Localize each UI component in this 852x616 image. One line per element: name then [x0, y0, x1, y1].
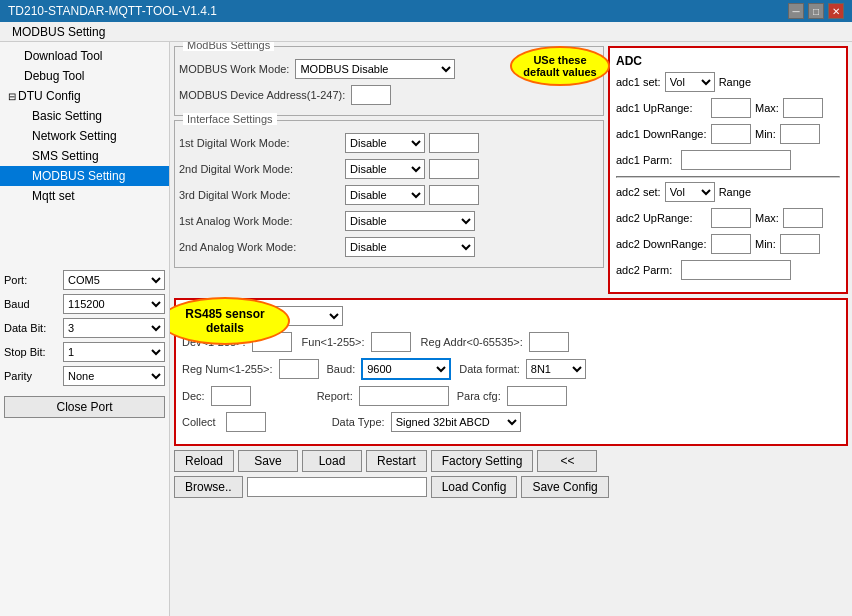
adc1-range-label: Range: [719, 76, 751, 88]
browse-input[interactable]: [247, 477, 427, 497]
close-button[interactable]: ✕: [828, 3, 844, 19]
adc1-min-input[interactable]: 0: [780, 124, 820, 144]
adc2-downrange-input[interactable]: 0: [711, 234, 751, 254]
sensor-row5: Collect 5 Data Type: Signed 32bit ABCDUn…: [182, 412, 840, 432]
adc2-range-label: Range: [719, 186, 751, 198]
dec-label: Dec:: [182, 390, 205, 402]
data-type-label: Data Type:: [332, 416, 385, 428]
analog-1-select[interactable]: DisableEnable: [345, 211, 475, 231]
sensor-row2: Dev<1-255>: 1 Fun<1-255>: 4 Reg Addr<0-6…: [182, 332, 840, 352]
fun-label: Fun<1-255>:: [302, 336, 365, 348]
load-button[interactable]: Load: [302, 450, 362, 472]
sidebar-item-sms-setting[interactable]: SMS Setting: [0, 146, 169, 166]
adc-panel: ADC adc1 set: VolCurrent Range adc1 UpRa…: [608, 46, 848, 294]
factory-setting-button[interactable]: Factory Setting: [431, 450, 534, 472]
adc2-parm-label: adc2 Parm:: [616, 264, 681, 276]
digital-3-value[interactable]: [429, 185, 479, 205]
adc1-downrange-label: adc1 DownRange:: [616, 128, 711, 140]
interface-legend: Interface Settings: [183, 113, 277, 125]
reg-addr-input[interactable]: 1: [529, 332, 569, 352]
sidebar-item-modbus-setting[interactable]: MODBUS Setting: [0, 166, 169, 186]
browse-button[interactable]: Browse..: [174, 476, 243, 498]
adc2-set-select[interactable]: VolCurrent: [665, 182, 715, 202]
sidebar-item-debug-tool[interactable]: Debug Tool: [0, 66, 169, 86]
digital-2-value[interactable]: [429, 159, 479, 179]
baud-select[interactable]: 115200: [63, 294, 165, 314]
reload-button[interactable]: Reload: [174, 450, 234, 472]
menu-modbus-setting[interactable]: MODBUS Setting: [4, 23, 113, 41]
sidebar-item-network-setting[interactable]: Network Setting: [0, 126, 169, 146]
digital-3-label: 3rd Digital Work Mode:: [179, 189, 339, 201]
close-port-button[interactable]: Close Port: [4, 396, 165, 418]
adc2-parm-input[interactable]: [681, 260, 791, 280]
collect-input[interactable]: 5: [226, 412, 266, 432]
adc1-max-label: Max:: [755, 102, 779, 114]
callout-bubble: USe these default values: [510, 46, 610, 86]
para-cfg-input[interactable]: [507, 386, 567, 406]
adc1-min-label: Min:: [755, 128, 776, 140]
adc1-set-select[interactable]: VolCurrent: [665, 72, 715, 92]
adc1-uprange-row: adc1 UpRange: 3.3 Max: 3.3: [616, 98, 840, 118]
analog-2-select[interactable]: DisableEnable: [345, 237, 475, 257]
sidebar-dtu-label: DTU Config: [18, 89, 81, 103]
digital-2-select[interactable]: DisableEnable: [345, 159, 425, 179]
parity-row: Parity None: [4, 366, 165, 386]
adc2-downrange-row: adc2 DownRange: 0 Min: 0: [616, 234, 840, 254]
sidebar-item-dtu-config[interactable]: ⊟ DTU Config: [0, 86, 169, 106]
adc1-max-input[interactable]: 3.3: [783, 98, 823, 118]
adc2-min-input[interactable]: 0: [780, 234, 820, 254]
reg-num-label: Reg Num<1-255>:: [182, 363, 273, 375]
data-format-select[interactable]: 8N18E18O1: [526, 359, 586, 379]
analog-1-row: 1st Analog Work Mode: DisableEnable: [179, 211, 599, 231]
digital-1-value[interactable]: [429, 133, 479, 153]
parity-select[interactable]: None: [63, 366, 165, 386]
save-button[interactable]: Save: [238, 450, 298, 472]
adc1-uprange-input[interactable]: 3.3: [711, 98, 751, 118]
load-config-button[interactable]: Load Config: [431, 476, 518, 498]
digital-1-select[interactable]: DisableEnable: [345, 133, 425, 153]
adc1-set-row: adc1 set: VolCurrent Range: [616, 72, 840, 92]
data-type-select[interactable]: Signed 32bit ABCDUnsigned 32bit ABCDFloa…: [391, 412, 521, 432]
dec-input[interactable]: 0.1: [211, 386, 251, 406]
adc2-set-label: adc2 set:: [616, 186, 661, 198]
port-select[interactable]: COM5: [63, 270, 165, 290]
restart-button[interactable]: Restart: [366, 450, 427, 472]
work-mode-select[interactable]: MODBUS Disable MODBUS Enable: [295, 59, 455, 79]
adc1-downrange-input[interactable]: 0: [711, 124, 751, 144]
save-config-button[interactable]: Save Config: [521, 476, 608, 498]
sidebar: Download Tool Debug Tool ⊟ DTU Config Ba…: [0, 42, 170, 616]
adc2-max-input[interactable]: 3.3: [783, 208, 823, 228]
databit-select[interactable]: 3: [63, 318, 165, 338]
reg-addr-label: Reg Addr<0-65535>:: [421, 336, 523, 348]
device-address-row: MODBUS Device Address(1-247): 1: [179, 85, 599, 105]
arrow-button[interactable]: <<: [537, 450, 597, 472]
title-bar: TD210-STANDAR-MQTT-TOOL-V1.4.1 ─ □ ✕: [0, 0, 852, 22]
stopbit-select[interactable]: 1: [63, 342, 165, 362]
report-input[interactable]: temperature: [359, 386, 449, 406]
reg-num-input[interactable]: 1: [279, 359, 319, 379]
databit-row: Data Bit: 3: [4, 318, 165, 338]
sidebar-item-basic-setting[interactable]: Basic Setting: [0, 106, 169, 126]
digital-2-row: 2nd Digital Work Mode: DisableEnable: [179, 159, 599, 179]
device-address-input[interactable]: 1: [351, 85, 391, 105]
sidebar-item-download-tool[interactable]: Download Tool: [0, 46, 169, 66]
left-controls: Port: COM5 Baud 115200 Data Bit: 3 Stop …: [0, 266, 169, 422]
digital-3-select[interactable]: DisableEnable: [345, 185, 425, 205]
sidebar-item-mqtt-set[interactable]: Mqtt set: [0, 186, 169, 206]
adc1-parm-input[interactable]: [681, 150, 791, 170]
maximize-button[interactable]: □: [808, 3, 824, 19]
baud-select-sensor[interactable]: 96004800192003840057600115200: [361, 358, 451, 380]
adc2-uprange-input[interactable]: 3.3: [711, 208, 751, 228]
digital-1-label: 1st Digital Work Mode:: [179, 137, 339, 149]
analog-1-label: 1st Analog Work Mode:: [179, 215, 339, 227]
device-address-label: MODBUS Device Address(1-247):: [179, 89, 345, 101]
analog-2-row: 2nd Analog Work Mode: DisableEnable: [179, 237, 599, 257]
main-container: Download Tool Debug Tool ⊟ DTU Config Ba…: [0, 42, 852, 616]
bottom-buttons-2: Browse.. Load Config Save Config: [174, 476, 848, 498]
adc1-parm-label: adc1 Parm:: [616, 154, 681, 166]
minimize-button[interactable]: ─: [788, 3, 804, 19]
interface-settings-panel: Interface Settings 1st Digital Work Mode…: [174, 120, 604, 268]
fun-input[interactable]: 4: [371, 332, 411, 352]
adc1-uprange-label: adc1 UpRange:: [616, 102, 711, 114]
interface-rows: 1st Digital Work Mode: DisableEnable 2nd…: [179, 133, 599, 257]
